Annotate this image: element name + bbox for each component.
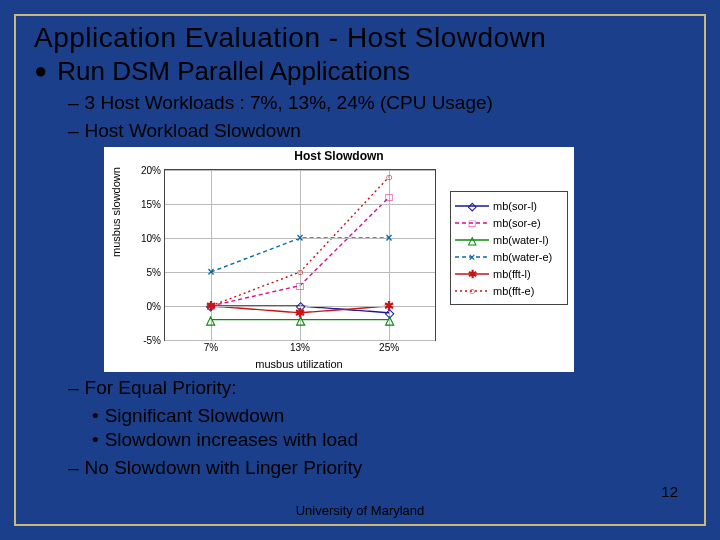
xtick: 25% bbox=[379, 340, 399, 353]
sub-item-b-text: Host Workload Slowdown bbox=[85, 120, 301, 141]
dash-icon: – bbox=[68, 92, 79, 113]
dot-icon: • bbox=[92, 429, 99, 450]
chart-marker: △ bbox=[385, 314, 394, 326]
ytick: 10% bbox=[141, 233, 165, 244]
xtick: 13% bbox=[290, 340, 310, 353]
dot-icon: • bbox=[92, 405, 99, 426]
chart-marker: ✱ bbox=[295, 307, 305, 319]
sub-item-c1-text: Significant Slowdown bbox=[105, 405, 285, 426]
sub-item-b: –Host Workload Slowdown bbox=[68, 119, 686, 143]
sub-item-c-text: For Equal Priority: bbox=[85, 377, 237, 398]
slide-subtitle: Run DSM Parallel Applications bbox=[57, 56, 410, 87]
sub-item-c2: •Slowdown increases with load bbox=[92, 428, 686, 452]
sub-item-c2-text: Slowdown increases with load bbox=[105, 429, 358, 450]
chart-marker: ✱ bbox=[384, 300, 394, 312]
chart-marker: ○ bbox=[207, 300, 214, 312]
sub-item-a: –3 Host Workloads : 7%, 13%, 24% (CPU Us… bbox=[68, 91, 686, 115]
dash-icon: – bbox=[68, 377, 79, 398]
dash-icon: – bbox=[68, 457, 79, 478]
chart-title: Host Slowdown bbox=[104, 149, 574, 163]
chart-marker: × bbox=[386, 232, 393, 244]
chart-marker: △ bbox=[206, 314, 215, 326]
chart: Host Slowdown musbus slowdown musbus uti… bbox=[104, 147, 574, 372]
chart-marker: × bbox=[207, 266, 214, 278]
legend-row: ○mb(fft-e) bbox=[455, 283, 563, 298]
legend-label: mb(sor-l) bbox=[493, 200, 537, 212]
legend-row: □mb(sor-e) bbox=[455, 215, 563, 230]
legend-label: mb(fft-e) bbox=[493, 285, 534, 297]
ytick: 0% bbox=[147, 301, 165, 312]
legend-row: △mb(water-l) bbox=[455, 232, 563, 247]
sub-item-c: –For Equal Priority: bbox=[68, 376, 686, 400]
chart-marker: ○ bbox=[296, 266, 303, 278]
sub-item-c1: •Significant Slowdown bbox=[92, 404, 686, 428]
legend-label: mb(water-e) bbox=[493, 251, 552, 263]
slide-title: Application Evaluation - Host Slowdown bbox=[34, 22, 686, 54]
subtitle-row: ● Run DSM Parallel Applications bbox=[34, 56, 686, 87]
dash-icon: – bbox=[68, 120, 79, 141]
chart-marker: □ bbox=[296, 280, 303, 292]
xtick: 7% bbox=[204, 340, 218, 353]
legend-label: mb(sor-e) bbox=[493, 217, 541, 229]
ytick: 20% bbox=[141, 165, 165, 176]
chart-xlabel: musbus utilization bbox=[164, 358, 434, 370]
slide-footer: University of Maryland bbox=[16, 503, 704, 518]
sub-item-a-text: 3 Host Workloads : 7%, 13%, 24% (CPU Usa… bbox=[85, 92, 493, 113]
legend-row: ◇mb(sor-l) bbox=[455, 198, 563, 213]
chart-marker: □ bbox=[385, 191, 392, 203]
page-number: 12 bbox=[661, 483, 678, 500]
chart-legend: ◇mb(sor-l)□mb(sor-e)△mb(water-l)×mb(wate… bbox=[450, 191, 568, 305]
ytick: 15% bbox=[141, 199, 165, 210]
ytick: -5% bbox=[143, 335, 165, 346]
legend-label: mb(fft-l) bbox=[493, 268, 531, 280]
legend-row: ✱mb(fft-l) bbox=[455, 266, 563, 281]
bullet-icon: ● bbox=[34, 56, 47, 86]
ytick: 5% bbox=[147, 267, 165, 278]
legend-label: mb(water-l) bbox=[493, 234, 549, 246]
chart-marker: ○ bbox=[385, 171, 392, 183]
sub-item-d: –No Slowdown with Linger Priority bbox=[68, 456, 686, 480]
legend-row: ×mb(water-e) bbox=[455, 249, 563, 264]
chart-marker: × bbox=[296, 232, 303, 244]
chart-ylabel: musbus slowdown bbox=[110, 167, 122, 257]
chart-plot-area: -5%0%5%10%15%20%7%13%25%◇◇◇□□□△△△×××✱✱✱○… bbox=[164, 169, 436, 341]
slide-frame: Application Evaluation - Host Slowdown ●… bbox=[14, 14, 706, 526]
sub-item-d-text: No Slowdown with Linger Priority bbox=[85, 457, 363, 478]
